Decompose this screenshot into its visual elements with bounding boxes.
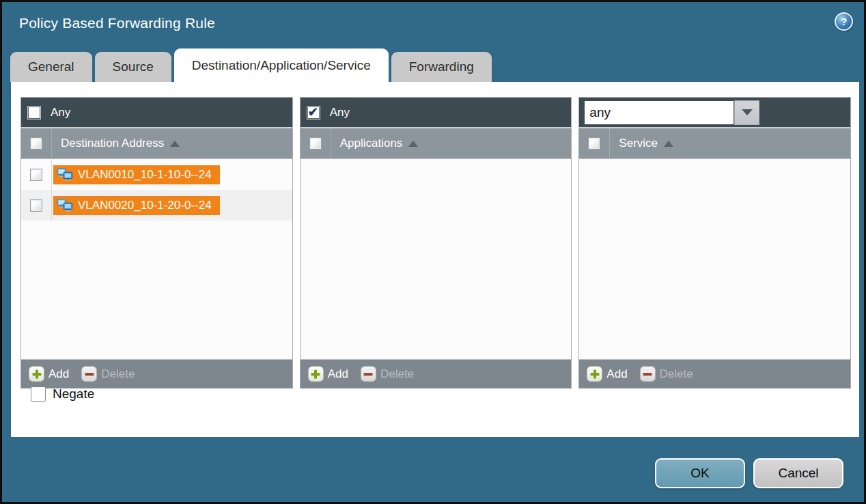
delete-icon[interactable] — [361, 366, 376, 382]
sort-asc-icon[interactable] — [664, 141, 673, 147]
service-footer: Add Delete — [579, 359, 850, 388]
negate-checkbox[interactable] — [31, 387, 46, 402]
ok-button[interactable]: OK — [655, 458, 745, 488]
applications-any-label: Any — [330, 106, 350, 120]
select-all-checkbox[interactable] — [30, 137, 42, 150]
table-row[interactable]: VLAN0020_10-1-20-0--24 — [21, 190, 292, 221]
destination-column-header: Destination Address — [21, 127, 292, 159]
destination-any-label: Any — [51, 106, 70, 120]
select-all-checkbox[interactable] — [309, 137, 322, 150]
dialog-titlebar: Policy Based Forwarding Rule ? — [2, 2, 864, 48]
header-checkbox-cell — [21, 128, 52, 158]
address-object-chip[interactable]: VLAN0020_10-1-20-0--24 — [53, 196, 220, 215]
add-button[interactable]: Add — [48, 367, 69, 381]
tab-destination-application-service[interactable]: Destination/Application/Service — [174, 48, 389, 82]
sort-asc-icon[interactable] — [170, 141, 180, 147]
cancel-button[interactable]: Cancel — [753, 458, 843, 488]
add-icon[interactable] — [587, 366, 602, 382]
destination-any-bar: Any — [21, 98, 292, 127]
negate-label: Negate — [53, 387, 94, 402]
policy-based-forwarding-dialog: Policy Based Forwarding Rule ? General S… — [0, 0, 866, 504]
tab-source[interactable]: Source — [95, 52, 171, 82]
sort-asc-icon[interactable] — [408, 141, 418, 147]
add-icon[interactable] — [308, 366, 324, 382]
applications-column-header: Applications — [301, 127, 572, 159]
delete-icon[interactable] — [81, 366, 97, 382]
applications-footer: Add Delete — [301, 359, 572, 388]
destination-footer: Add Delete — [21, 359, 292, 388]
applications-any-checkbox[interactable] — [307, 106, 320, 120]
select-all-checkbox[interactable] — [588, 137, 600, 150]
service-dropdown-input[interactable] — [584, 100, 734, 125]
row-checkbox[interactable] — [30, 169, 42, 181]
delete-button[interactable]: Delete — [380, 367, 414, 381]
applications-list — [301, 159, 572, 359]
help-icon[interactable]: ? — [835, 12, 853, 31]
header-checkbox-cell — [579, 128, 610, 158]
column-header-label[interactable]: Applications — [340, 137, 403, 150]
tab-general[interactable]: General — [10, 52, 92, 82]
row-checkbox-cell — [21, 159, 52, 190]
add-icon[interactable] — [29, 366, 44, 382]
header-checkbox-cell — [301, 128, 331, 158]
applications-any-bar: Any — [301, 98, 572, 127]
add-button[interactable]: Add — [606, 367, 627, 381]
address-object-chip[interactable]: VLAN0010_10-1-10-0--24 — [53, 165, 220, 184]
dialog-title: Policy Based Forwarding Rule — [19, 15, 215, 31]
tab-content: Any Destination Address — [11, 82, 859, 437]
applications-panel: Any Applications Add Delete — [300, 97, 572, 389]
table-row[interactable]: VLAN0010_10-1-10-0--24 — [21, 159, 292, 190]
delete-button[interactable]: Delete — [660, 367, 693, 381]
destination-address-list: VLAN0010_10-1-10-0--24 VLAN0020_10-1-20-… — [21, 159, 292, 359]
dialog-buttons: OK Cancel — [655, 458, 843, 488]
destination-any-checkbox[interactable] — [27, 106, 41, 120]
add-button[interactable]: Add — [328, 367, 348, 381]
service-column-header: Service — [579, 127, 850, 159]
delete-icon[interactable] — [640, 366, 656, 382]
column-header-label[interactable]: Service — [619, 137, 658, 150]
service-dropdown-button[interactable] — [734, 100, 759, 125]
chevron-down-icon — [742, 109, 753, 115]
tab-bar: General Source Destination/Application/S… — [10, 48, 492, 82]
destination-address-panel: Any Destination Address — [20, 97, 293, 389]
column-header-label[interactable]: Destination Address — [61, 137, 164, 150]
address-object-label: VLAN0020_10-1-20-0--24 — [78, 199, 212, 212]
address-object-label: VLAN0010_10-1-10-0--24 — [78, 168, 212, 182]
service-panel: Service Add Delete — [578, 97, 851, 389]
negate-row: Negate — [31, 387, 94, 402]
service-dropdown-bar — [579, 98, 850, 127]
service-list — [579, 159, 850, 359]
row-checkbox[interactable] — [30, 199, 42, 212]
network-computers-icon — [57, 168, 73, 181]
service-dropdown[interactable] — [584, 100, 759, 125]
delete-button[interactable]: Delete — [101, 367, 135, 381]
network-computers-icon — [57, 199, 73, 212]
tab-forwarding[interactable]: Forwarding — [391, 52, 492, 82]
row-checkbox-cell — [21, 190, 52, 221]
